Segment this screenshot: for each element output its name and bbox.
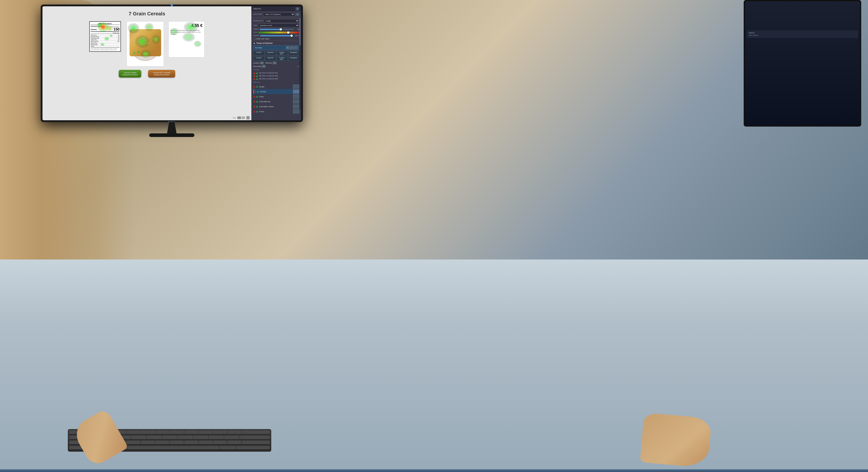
scale-max-checkbox[interactable] (253, 37, 255, 40)
not-consider-button[interactable]: I would NOT consider buying this product (148, 70, 175, 77)
stimulus-icons-burger (253, 86, 258, 88)
key-i[interactable] (170, 431, 184, 435)
toi-row-custom: Custom 11 Stimulus 11 (253, 62, 299, 64)
toi-collapse-arrow[interactable]: ▲ (253, 42, 255, 44)
key-space[interactable] (120, 446, 219, 450)
stimulus-badge: 11 (273, 62, 276, 64)
toi-cell-custom2[interactable]: Custom, M&... (276, 51, 288, 55)
grain-1 (136, 33, 138, 35)
key-n[interactable] (170, 441, 184, 445)
key-alt-right[interactable] (220, 446, 236, 450)
toi-cell-nav1[interactable]: Navigation (288, 51, 300, 55)
opacity-thumb[interactable] (290, 35, 293, 37)
key-v[interactable] (141, 441, 155, 445)
key-y[interactable] (141, 431, 155, 435)
tri-icon-red-2 (253, 75, 255, 77)
toi-cell-custom1[interactable]: Custom (253, 51, 265, 55)
stimulus-name-crisps: Crisps (259, 111, 264, 113)
key-b[interactable] (155, 441, 169, 445)
tri-red-cereals (254, 91, 256, 92)
key-u[interactable] (156, 431, 169, 435)
stimulus-name-cereals: Cereals (260, 91, 266, 93)
type-select[interactable]: Absolute count (258, 24, 299, 27)
key-p[interactable] (199, 431, 213, 435)
right-panel-scrollbar[interactable] (299, 18, 301, 109)
times-of-interest-label: Times of Interest (256, 42, 273, 44)
stimulus-name-chips: Chips (259, 96, 264, 98)
key-c[interactable] (126, 441, 141, 445)
key-comma[interactable] (199, 441, 213, 445)
custom-item-2: My Time of Interest 002 (253, 74, 299, 77)
key-slash[interactable] (227, 441, 241, 445)
stimulus-item-chocolate-cookies[interactable]: Chocolate cookies (253, 104, 299, 109)
key-bracket1[interactable] (213, 431, 227, 435)
toi-cell-custom3[interactable]: Custom (253, 56, 265, 61)
stimulus-icons-choccookies (253, 105, 258, 107)
stimulus-item-chocolate-bar[interactable]: Chocolate bar (253, 99, 299, 104)
tri-green-chocbar (256, 101, 258, 102)
key-l[interactable] (193, 436, 209, 440)
price-display: 4,55 € (170, 23, 203, 28)
radius-thumb[interactable] (280, 28, 282, 31)
toi-cell-nav2[interactable]: Navigation (288, 56, 300, 61)
desk-edge-highlight (0, 469, 868, 472)
toi-cell-imported2[interactable]: Imported (265, 56, 276, 61)
monitor-base (149, 133, 194, 137)
second-monitor: Tobii Me Tobii Enabled (744, 0, 861, 127)
key-shift-right[interactable] (242, 441, 270, 445)
tri-red-choccookies (253, 105, 255, 107)
key-m[interactable] (184, 441, 198, 445)
key-ctrl-right[interactable] (237, 446, 270, 450)
opacity-slider[interactable] (260, 35, 292, 36)
radius-control: Radius 50 (253, 28, 299, 31)
toi-list-btn[interactable]: ≡ (290, 46, 293, 49)
settings-button[interactable]: ⚙ (296, 7, 299, 10)
stimulus-item-cereals[interactable]: Cereals (253, 89, 299, 94)
grain-3 (134, 40, 136, 42)
second-screen-content: Tobii Me Tobii Enabled (745, 1, 860, 40)
stimulus-thumb-cereals (293, 90, 299, 94)
key-semi[interactable] (209, 436, 224, 440)
key-o[interactable] (184, 431, 198, 435)
radius-slider[interactable] (260, 29, 294, 30)
key-period[interactable] (213, 441, 227, 445)
custom-icon-1 (253, 72, 258, 74)
key-g[interactable] (131, 436, 146, 440)
daily-value-footnote: Percent Daily Values are based on a 2,00… (91, 48, 120, 51)
key-k[interactable] (178, 436, 193, 440)
nutrition-row-sugars: Added Sugars- (91, 44, 120, 45)
scrollbar-thumb[interactable] (299, 18, 301, 45)
stimulus-item-burger[interactable]: Burger (253, 84, 299, 89)
gaze-filter-settings[interactable]: ⚙ (296, 13, 299, 16)
custom-icon-3 (253, 78, 258, 80)
key-bracket2[interactable] (228, 431, 242, 435)
close-button[interactable]: ✕ (246, 116, 250, 119)
color-gradient[interactable] (258, 32, 299, 33)
toi-cell-imported1[interactable]: Imported (265, 51, 276, 55)
key-backspace[interactable] (242, 431, 270, 435)
gaze-filter-select[interactable]: Tobii I-VT (Fixation) (263, 12, 295, 16)
view-button-2[interactable] (241, 117, 245, 119)
scale-max-label: Scale max value (256, 38, 270, 40)
key-h[interactable] (147, 436, 162, 440)
key-enter[interactable] (240, 436, 270, 440)
toi-grid-btn[interactable]: ⊞ (286, 46, 289, 49)
stimulus-item-crisps[interactable]: Crisps (253, 109, 299, 114)
background-select[interactable]: Image (264, 19, 299, 23)
consider-button[interactable]: I would consider buying this product (119, 70, 141, 77)
key-t[interactable] (127, 431, 141, 435)
stimulus-label-row: Stimulus (265, 62, 272, 64)
key-quote[interactable] (224, 436, 239, 440)
custom-section-label: Custom (253, 68, 299, 70)
background-control: Background Image (253, 19, 299, 23)
color-thumb[interactable] (287, 31, 289, 34)
cereal-image-area (128, 27, 162, 61)
toi-cell-custom4[interactable]: Custom, M&... (276, 56, 288, 61)
toi-add-btn[interactable]: + (294, 46, 298, 49)
custom-icon-2 (253, 75, 258, 77)
tri-icon-red-1 (253, 72, 255, 74)
view-button-1[interactable] (237, 117, 241, 119)
stimulus-item-chips[interactable]: Chips (253, 94, 299, 99)
key-j[interactable] (162, 436, 178, 440)
green-herb-3 (143, 53, 147, 55)
